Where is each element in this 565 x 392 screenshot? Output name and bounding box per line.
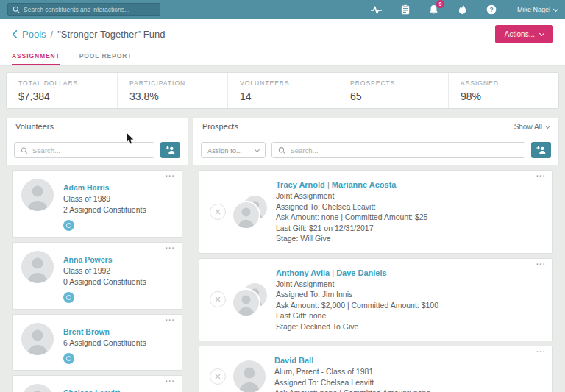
prospect-name-link[interactable]: Tracy Arnold (276, 180, 325, 189)
stat-label: VOLUNTEERS (240, 79, 326, 87)
name-separator: | (330, 268, 336, 277)
platform-badge-icon (63, 353, 74, 364)
prospects-search[interactable] (271, 142, 525, 158)
flame-icon[interactable] (457, 4, 469, 15)
stat-label: TOTAL DOLLARS (18, 79, 105, 87)
user-name: Mike Nagel (517, 6, 550, 13)
volunteer-name-link[interactable]: Adam Harris (63, 182, 109, 193)
prospect-card: ··· David Ball Alum, Parent - Class of 1… (199, 346, 553, 392)
joint-avatar (233, 283, 267, 316)
joint-avatar (233, 196, 267, 228)
svg-text:?: ? (489, 6, 493, 13)
volunteer-class: Class of 1992 (63, 266, 146, 277)
assign-to-label: Assign to... (207, 146, 242, 154)
stat-assigned: ASSIGNED 98% (448, 73, 558, 108)
remove-prospect-icon[interactable] (210, 204, 226, 220)
global-search-input[interactable] (24, 6, 155, 13)
add-person-icon (166, 146, 176, 154)
notifications-bell-icon[interactable]: 9 (428, 4, 440, 15)
avatar (21, 384, 54, 392)
prospect-card: ··· Anthony Avila | Dave Daniels Joint A… (199, 258, 553, 342)
avatar (233, 202, 259, 228)
volunteer-class: Class of 1989 (63, 193, 146, 204)
pool-stats-card: TOTAL DOLLARS $7,384 PARTICIPATION 33.8%… (6, 72, 559, 109)
stat-total-dollars: TOTAL DOLLARS $7,384 (7, 73, 117, 108)
volunteers-list: ··· Adam Harris Class of 1989 2 Assigned… (6, 170, 188, 392)
volunteers-search[interactable] (14, 142, 154, 158)
prospects-panel-header: Prospects Show All (193, 118, 559, 135)
prospects-panel: Prospects Show All Assign to... ··· (193, 118, 559, 392)
chevron-down-icon (539, 30, 544, 35)
remove-prospect-icon[interactable] (210, 291, 226, 307)
more-menu-icon[interactable]: ··· (166, 378, 175, 385)
chevron-left-icon[interactable] (12, 30, 18, 38)
prospect-amounts: Ask Amount: none | Committed Amount: non… (274, 388, 430, 392)
prospect-stage: Stage: Declined To Give (276, 321, 438, 332)
volunteer-assigned-count: 6 Assigned Constituents (63, 338, 146, 349)
prospect-assigned-to: Assigned To: Jim Innis (276, 289, 438, 300)
add-volunteer-button[interactable] (160, 142, 180, 158)
volunteers-panel: Volunteers ··· Adam Harris Class of 1989 (6, 118, 188, 392)
tab-pool-report[interactable]: POOL REPORT (79, 49, 132, 65)
tab-bar: ASSIGNMENT POOL REPORT (0, 49, 565, 66)
add-prospect-button[interactable] (531, 142, 551, 158)
prospect-assigned-to: Assigned To: Chelsea Leavitt (274, 377, 430, 388)
volunteer-name-link[interactable]: Brent Brown (63, 327, 110, 337)
global-search[interactable] (7, 3, 160, 16)
stat-value: 33.8% (129, 90, 216, 102)
more-menu-icon[interactable]: ··· (166, 245, 175, 252)
prospect-stage: Stage: Will Give (276, 233, 427, 244)
volunteers-title: Volunteers (15, 122, 54, 131)
prospect-card: ··· Tracy Arnold | Marianne Acosta Joint… (199, 170, 553, 254)
volunteer-card: ··· Brent Brown 6 Assigned Constituents (12, 314, 182, 371)
remove-prospect-icon[interactable] (210, 368, 226, 385)
page-title: "Stronger Together" Fund (57, 29, 165, 40)
volunteers-search-input[interactable] (32, 146, 148, 154)
search-icon (278, 146, 285, 154)
prospect-amounts: Ask Amount: none | Committed Amount: $25 (276, 212, 427, 223)
more-menu-icon[interactable]: ··· (166, 173, 175, 180)
chevron-down-icon (545, 123, 550, 128)
prospect-name-link[interactable]: Marianne Acosta (332, 180, 397, 189)
actions-button-label: Actions... (505, 30, 535, 38)
avatar (21, 251, 54, 283)
volunteer-assigned-count: 2 Assigned Constituents (63, 204, 146, 215)
volunteer-badges (63, 292, 146, 303)
stat-label: PROSPECTS (350, 79, 436, 87)
platform-badge-icon (63, 220, 74, 231)
volunteer-name-link[interactable]: Chelsea Leavitt (63, 388, 120, 392)
prospect-name-link[interactable]: Dave Daniels (336, 268, 386, 277)
prospect-assigned-to: Assigned To: Chelsea Leavitt (276, 202, 427, 213)
prospect-name-link[interactable]: David Ball (274, 356, 313, 365)
more-menu-icon[interactable]: ··· (536, 261, 546, 268)
main-content: Volunteers ··· Adam Harris Class of 1989 (0, 118, 565, 392)
trends-icon[interactable] (371, 4, 383, 15)
assign-to-dropdown[interactable]: Assign to... (201, 142, 266, 158)
name-separator: | (325, 180, 332, 189)
tab-assignment[interactable]: ASSIGNMENT (12, 49, 60, 65)
prospects-search-input[interactable] (290, 146, 519, 154)
prospect-amounts: Ask Amount: $2,000 | Committed Amount: $… (276, 300, 438, 311)
actions-button[interactable]: Actions... (495, 25, 553, 43)
prospect-constituency: Alum, Parent - Class of 1981 (274, 366, 430, 377)
more-menu-icon[interactable]: ··· (536, 173, 546, 180)
stat-label: PARTICIPATION (129, 79, 216, 87)
avatar (21, 323, 54, 355)
volunteer-card: ··· Anna Powers Class of 1992 0 Assigned… (12, 242, 182, 310)
stat-participation: PARTICIPATION 33.8% (117, 73, 227, 108)
top-navigation-bar: 9 ? Mike Nagel (0, 0, 565, 19)
show-all-label: Show All (514, 123, 542, 131)
prospect-assignment-type: Joint Assignment (276, 279, 438, 290)
more-menu-icon[interactable]: ··· (536, 349, 546, 356)
clipboard-icon[interactable] (399, 4, 411, 15)
breadcrumb-pools-link[interactable]: Pools (22, 29, 46, 40)
show-all-dropdown[interactable]: Show All (514, 123, 550, 131)
volunteers-panel-header: Volunteers (6, 118, 188, 135)
prospect-name-link[interactable]: Anthony Avila (276, 268, 330, 277)
breadcrumb: Pools / "Stronger Together" Fund (12, 29, 165, 40)
volunteer-name-link[interactable]: Anna Powers (63, 254, 113, 265)
search-icon (21, 146, 28, 154)
more-menu-icon[interactable]: ··· (166, 317, 175, 324)
user-menu[interactable]: Mike Nagel (517, 6, 558, 13)
help-icon[interactable]: ? (486, 4, 497, 15)
